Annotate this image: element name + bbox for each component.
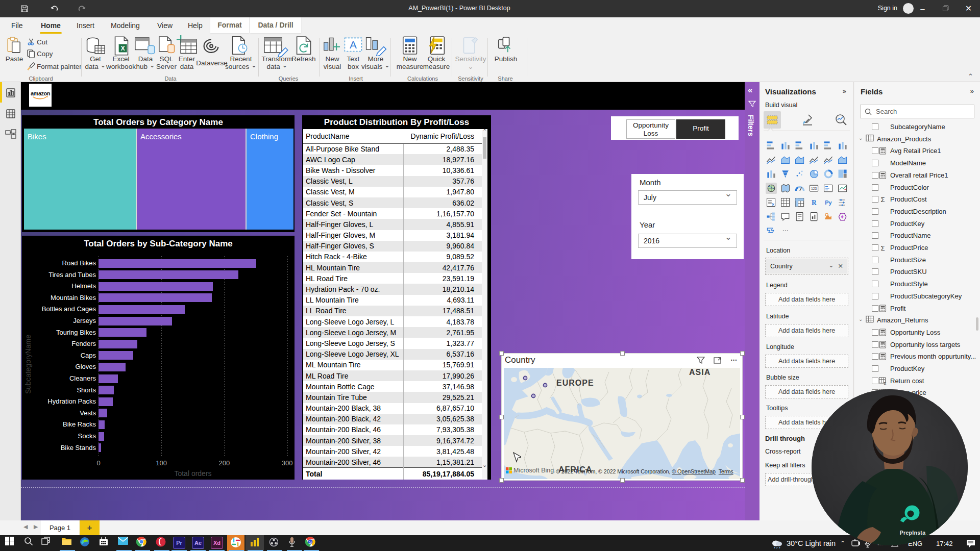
svg-text:A: A: [350, 39, 357, 51]
svg-text:⋯: ⋯: [782, 227, 789, 234]
svg-text:123: 123: [811, 187, 817, 190]
svg-text:Σ: Σ: [880, 244, 885, 252]
svg-text:Σ: Σ: [880, 196, 885, 204]
svg-text:Σ: Σ: [884, 381, 887, 385]
svg-text:PrepInsta: PrepInsta: [900, 530, 926, 536]
svg-text:S: S: [309, 540, 312, 545]
svg-text:X: X: [121, 45, 126, 52]
svg-text:R: R: [812, 199, 817, 207]
svg-text:EUROPE: EUROPE: [556, 379, 594, 387]
svg-text:ASIA: ASIA: [689, 368, 710, 377]
svg-text:Py: Py: [825, 199, 832, 206]
